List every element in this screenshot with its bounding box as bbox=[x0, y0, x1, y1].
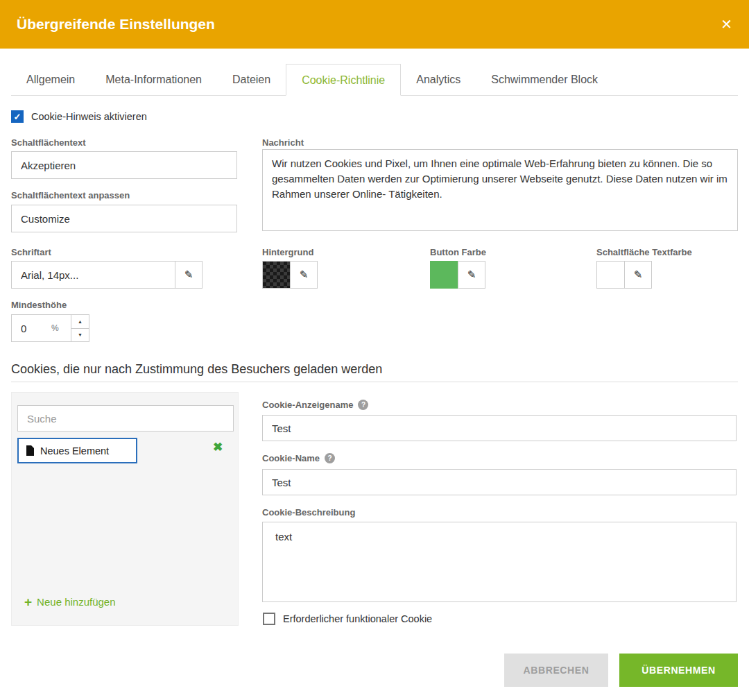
help-icon[interactable]: ? bbox=[358, 400, 368, 410]
min-height-field: % bbox=[11, 314, 71, 342]
tab-bar: Allgemein Meta-Informationen Dateien Coo… bbox=[11, 64, 738, 96]
tab-cookie-richtlinie[interactable]: Cookie-Richtlinie bbox=[286, 64, 401, 96]
cookie-search-input[interactable] bbox=[17, 405, 234, 432]
message-textarea[interactable]: Wir nutzen Cookies und Pixel, um Ihnen e… bbox=[262, 149, 738, 231]
button-text-color-swatch[interactable] bbox=[596, 261, 625, 289]
document-icon bbox=[26, 445, 34, 456]
cookie-name-label-row: Cookie-Name ? bbox=[262, 453, 335, 463]
button-color-swatch[interactable] bbox=[430, 261, 458, 289]
enable-cookie-notice-checkbox-row[interactable]: ✓ Cookie-Hinweis aktivieren bbox=[11, 110, 147, 123]
background-color-control: ✎ bbox=[262, 261, 318, 289]
min-height-label: Mindesthöhe bbox=[11, 300, 67, 310]
button-text-input[interactable] bbox=[11, 151, 237, 179]
checkbox-checked-icon[interactable]: ✓ bbox=[11, 110, 24, 123]
dialog-header: Übergreifende Einstellungen ✕ bbox=[0, 0, 749, 49]
apply-button[interactable]: ÜBERNEHMEN bbox=[619, 654, 738, 687]
customize-button-text-label: Schaltflächentext anpassen bbox=[11, 190, 130, 200]
pencil-icon: ✎ bbox=[184, 268, 193, 281]
delete-cookie-icon[interactable]: ✖ bbox=[213, 441, 223, 453]
add-new-cookie-button[interactable]: + Neue hinzufügen bbox=[24, 595, 116, 608]
required-cookie-label: Erforderlicher funktionaler Cookie bbox=[283, 613, 432, 624]
cookie-display-name-label-row: Cookie-Anzeigename ? bbox=[262, 400, 368, 410]
pencil-icon: ✎ bbox=[467, 268, 476, 281]
cookie-description-textarea[interactable]: text bbox=[262, 522, 737, 602]
tab-meta-informationen[interactable]: Meta-Informationen bbox=[90, 64, 217, 95]
plus-icon: + bbox=[24, 595, 32, 608]
cookie-list-panel: Neues Element ✖ + Neue hinzufügen bbox=[11, 392, 239, 626]
cookie-list-item[interactable]: Neues Element bbox=[17, 438, 137, 463]
cookie-name-input[interactable] bbox=[262, 469, 737, 495]
pencil-icon: ✎ bbox=[634, 268, 643, 281]
tab-analytics[interactable]: Analytics bbox=[401, 64, 476, 95]
close-icon[interactable]: ✕ bbox=[721, 17, 732, 31]
button-color-edit-button[interactable]: ✎ bbox=[458, 261, 485, 289]
button-text-color-control: ✎ bbox=[596, 261, 652, 289]
tab-dateien[interactable]: Dateien bbox=[217, 64, 286, 95]
min-height-stepper: ▲ ▼ bbox=[71, 314, 89, 342]
min-height-input[interactable] bbox=[21, 323, 51, 334]
enable-cookie-notice-label: Cookie-Hinweis aktivieren bbox=[31, 111, 147, 122]
help-icon[interactable]: ? bbox=[325, 453, 335, 463]
font-label: Schriftart bbox=[11, 247, 51, 257]
button-text-label: Schaltflächentext bbox=[11, 137, 86, 148]
button-text-color-edit-button[interactable]: ✎ bbox=[624, 261, 652, 289]
button-color-control: ✎ bbox=[430, 261, 485, 289]
checkbox-unchecked-icon[interactable] bbox=[263, 613, 275, 625]
min-height-unit: % bbox=[51, 323, 59, 333]
cookie-list-item-label: Neues Element bbox=[40, 445, 109, 456]
cookie-display-name-label: Cookie-Anzeigename bbox=[262, 400, 353, 410]
cookie-description-label: Cookie-Beschreibung bbox=[262, 507, 355, 518]
cookie-name-label: Cookie-Name bbox=[262, 453, 320, 463]
cookies-section-heading: Cookies, die nur nach Zustimmung des Bes… bbox=[11, 362, 382, 377]
background-label: Hintergrund bbox=[262, 247, 313, 257]
font-input[interactable] bbox=[11, 261, 175, 289]
stepper-up-icon[interactable]: ▲ bbox=[71, 314, 89, 329]
stepper-down-icon[interactable]: ▼ bbox=[71, 328, 89, 343]
pencil-icon: ✎ bbox=[300, 268, 309, 281]
cookie-display-name-input[interactable] bbox=[262, 415, 737, 441]
tab-schwimmender-block[interactable]: Schwimmender Block bbox=[476, 64, 613, 95]
min-height-control: % ▲ ▼ bbox=[11, 314, 89, 342]
required-cookie-checkbox-row[interactable]: Erforderlicher funktionaler Cookie bbox=[263, 613, 432, 625]
message-label: Nachricht bbox=[262, 137, 304, 148]
add-new-cookie-label: Neue hinzufügen bbox=[37, 596, 115, 608]
background-edit-button[interactable]: ✎ bbox=[290, 261, 318, 289]
font-edit-button[interactable]: ✎ bbox=[175, 261, 203, 289]
settings-dialog: Übergreifende Einstellungen ✕ Allgemein … bbox=[0, 0, 749, 700]
button-text-color-label: Schaltfläche Textfarbe bbox=[596, 247, 692, 257]
button-color-label: Button Farbe bbox=[430, 247, 486, 257]
customize-button-text-input[interactable] bbox=[11, 205, 237, 232]
dialog-title: Übergreifende Einstellungen bbox=[17, 16, 215, 33]
tab-allgemein[interactable]: Allgemein bbox=[11, 64, 90, 95]
cancel-button[interactable]: ABBRECHEN bbox=[504, 654, 608, 687]
section-divider bbox=[11, 382, 738, 382]
background-color-swatch[interactable] bbox=[262, 261, 291, 289]
